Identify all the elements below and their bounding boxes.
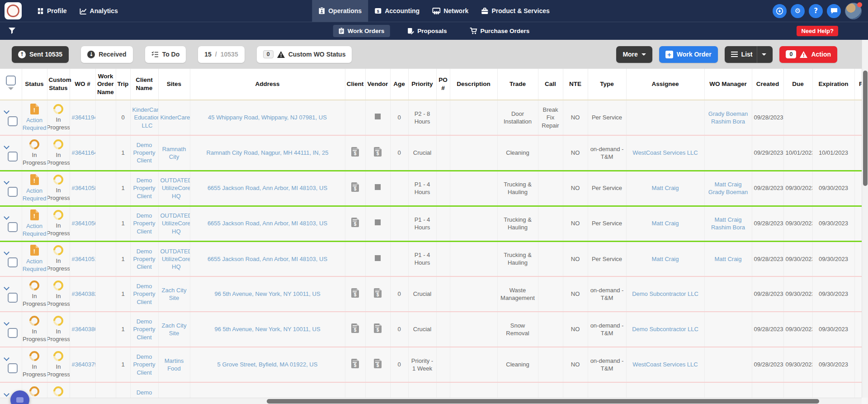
- wo-number-link[interactable]: #3641194: [72, 114, 96, 121]
- action-required-icon[interactable]: [30, 209, 39, 220]
- client-name-link[interactable]: Demo Property Client: [132, 212, 156, 235]
- assignee-link[interactable]: Demo Subcontractor LLC: [632, 325, 698, 333]
- tab-work-orders[interactable]: Work Orders: [333, 25, 390, 37]
- row-checkbox[interactable]: [8, 293, 18, 303]
- assignee-link[interactable]: WestCoast Services LLC: [632, 149, 698, 157]
- site-link[interactable]: Martins Food: [160, 357, 188, 372]
- expand-row-chevron-icon[interactable]: [4, 143, 9, 149]
- nav-profile[interactable]: Profile: [31, 0, 73, 22]
- tab-proposals[interactable]: Proposals: [401, 25, 452, 37]
- updates-button[interactable]: [773, 4, 787, 18]
- row-checkbox[interactable]: [8, 187, 18, 197]
- wo-number-link[interactable]: #3640380: [72, 325, 96, 333]
- wo-number-link[interactable]: #3641058: [72, 184, 96, 192]
- user-avatar[interactable]: [845, 3, 862, 19]
- nav-operations[interactable]: Operations: [312, 0, 368, 22]
- client-name-link[interactable]: Demo Property Client: [132, 176, 156, 200]
- address-link[interactable]: 45 Whippany Road, Whippany, NJ 07981, US: [208, 114, 327, 121]
- result-count-display[interactable]: 15 / 10535: [198, 46, 244, 63]
- address-link[interactable]: 5 Grove Street, Byfield, MA 01922, US: [217, 361, 318, 368]
- col-header-priority[interactable]: Priority: [408, 69, 436, 100]
- wo-manager-link[interactable]: Grady Boeman: [707, 110, 750, 118]
- col-header-wo[interactable]: WO #: [70, 69, 95, 100]
- status-label[interactable]: Action Required: [23, 187, 47, 202]
- invoice-document-icon[interactable]: [374, 288, 382, 298]
- action-required-icon[interactable]: [30, 174, 39, 185]
- nav-network[interactable]: Network: [426, 0, 475, 22]
- assignee-link[interactable]: WestCoast Services LLC: [632, 361, 698, 368]
- action-button[interactable]: 0 Action: [779, 46, 837, 63]
- invoice-document-icon[interactable]: [351, 147, 359, 157]
- col-header-due[interactable]: Due: [783, 69, 812, 100]
- list-caret-icon[interactable]: [762, 53, 766, 58]
- invoice-document-icon[interactable]: [351, 218, 359, 227]
- assignee-link[interactable]: Demo Subcontractor LLC: [632, 290, 698, 298]
- vertical-scrollbar-thumb[interactable]: [863, 71, 868, 186]
- col-header-status[interactable]: Status: [22, 69, 47, 100]
- client-name-link[interactable]: Demo Property Client: [132, 141, 156, 164]
- vendor-status-square-icon[interactable]: [375, 184, 381, 190]
- wo-number-link[interactable]: #3640382: [72, 290, 96, 298]
- col-header-created[interactable]: Created: [752, 69, 783, 100]
- horizontal-scrollbar-thumb[interactable]: [267, 399, 819, 404]
- col-header-wo_manager[interactable]: WO Manager: [704, 69, 752, 100]
- client-name-link[interactable]: KinderCare Education LLC: [132, 106, 159, 129]
- select-all-checkbox[interactable]: [6, 76, 16, 86]
- client-name-link[interactable]: Demo Property Client: [132, 282, 156, 305]
- wo-manager-link[interactable]: Matt Craig: [707, 255, 750, 263]
- nav-analytics[interactable]: Analytics: [73, 0, 124, 22]
- col-header-custom_status[interactable]: Custom Status: [47, 69, 70, 100]
- received-filter-button[interactable]: ↓ Received: [81, 46, 132, 63]
- col-header-vendor[interactable]: Vendor: [365, 69, 390, 100]
- tab-purchase-orders[interactable]: Purchase Orders: [464, 25, 535, 37]
- address-link[interactable]: Ramnath City Road, Nagpur, MH 44111, IN,…: [207, 149, 329, 157]
- wo-number-link[interactable]: #3641051: [72, 255, 96, 263]
- invoice-document-icon[interactable]: [374, 147, 382, 157]
- address-link[interactable]: 6655 Jackson Road, Ann Arbor, MI 48103, …: [208, 255, 327, 263]
- invoice-document-icon[interactable]: [351, 323, 359, 333]
- row-checkbox[interactable]: [8, 328, 18, 338]
- col-header-po[interactable]: PO #: [436, 69, 450, 100]
- expand-row-chevron-icon[interactable]: [4, 285, 9, 290]
- col-header-trip[interactable]: Trip: [116, 69, 130, 100]
- expand-row-chevron-icon[interactable]: [4, 320, 9, 326]
- expand-row-chevron-icon[interactable]: [4, 214, 9, 220]
- status-label[interactable]: Action Required: [23, 222, 47, 238]
- address-link[interactable]: 6655 Jackson Road, Ann Arbor, MI 48103, …: [208, 219, 327, 227]
- vendor-status-square-icon[interactable]: [375, 219, 381, 225]
- filter-funnel-icon[interactable]: [8, 27, 16, 35]
- site-link[interactable]: OUTDATED UtilizeCore HQ: [160, 176, 190, 200]
- wo-manager-link[interactable]: Matt Craig: [707, 181, 750, 188]
- wo-number-link[interactable]: #3641164: [72, 149, 96, 157]
- wo-number-link[interactable]: #3641056: [72, 219, 96, 227]
- expand-row-chevron-icon[interactable]: [4, 179, 9, 185]
- site-link[interactable]: Zach City Site: [160, 286, 188, 302]
- site-link[interactable]: OUTDATED UtilizeCore HQ: [160, 247, 190, 271]
- chat-button[interactable]: [827, 4, 841, 18]
- address-link[interactable]: 96 5th Avenue, New York, NY 10011, US: [214, 325, 320, 333]
- vendor-status-square-icon[interactable]: [375, 255, 381, 261]
- invoice-document-icon[interactable]: [351, 288, 359, 298]
- expand-row-chevron-icon[interactable]: [4, 355, 9, 361]
- col-header-call[interactable]: Call: [538, 69, 563, 100]
- status-label[interactable]: Action Required: [23, 116, 47, 132]
- row-checkbox[interactable]: [8, 363, 18, 373]
- row-checkbox[interactable]: [8, 116, 18, 126]
- new-work-order-button[interactable]: + Work Order: [659, 46, 718, 63]
- col-header-type[interactable]: Type: [588, 69, 626, 100]
- list-view-button[interactable]: List: [725, 46, 773, 63]
- settings-button[interactable]: ⚙: [791, 4, 805, 18]
- vendor-status-square-icon[interactable]: [375, 114, 381, 119]
- select-menu-caret-icon[interactable]: [8, 87, 14, 93]
- address-link[interactable]: 6655 Jackson Road, Ann Arbor, MI 48103, …: [208, 184, 327, 192]
- nav-products-services[interactable]: Product & Services: [475, 0, 556, 22]
- row-checkbox[interactable]: [8, 152, 18, 162]
- more-button[interactable]: More: [616, 46, 652, 63]
- site-link[interactable]: OUTDATED UtilizeCore HQ: [160, 212, 190, 235]
- wo-number-link[interactable]: #3640379: [72, 361, 96, 368]
- custom-wo-status-button[interactable]: 0 Custom WO Status: [257, 46, 352, 63]
- expand-row-chevron-icon[interactable]: [4, 249, 9, 255]
- address-link[interactable]: 96 5th Avenue, New York, NY 10011, US: [214, 290, 320, 298]
- wo-manager-link[interactable]: Grady Boeman: [707, 188, 750, 196]
- app-logo[interactable]: [5, 2, 22, 19]
